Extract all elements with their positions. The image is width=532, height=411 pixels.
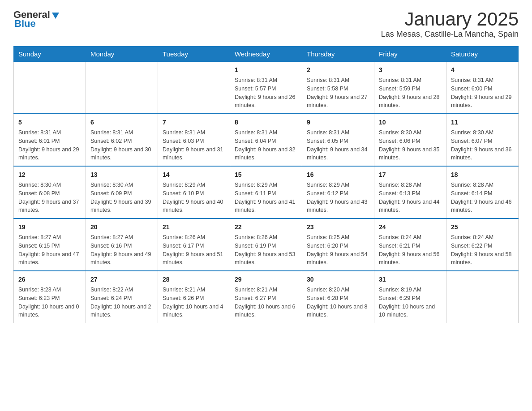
day-info: Sunrise: 8:29 AM Sunset: 6:12 PM Dayligh… xyxy=(307,181,369,214)
day-header-thursday: Thursday xyxy=(302,47,374,62)
day-number: 12 xyxy=(18,170,81,180)
day-cell: 17Sunrise: 8:28 AM Sunset: 6:13 PM Dayli… xyxy=(374,166,446,218)
day-cell: 1Sunrise: 8:31 AM Sunset: 5:57 PM Daylig… xyxy=(230,62,302,114)
svg-marker-0 xyxy=(52,13,59,19)
day-number: 9 xyxy=(307,118,369,127)
day-number: 7 xyxy=(163,118,225,127)
day-cell: 15Sunrise: 8:29 AM Sunset: 6:11 PM Dayli… xyxy=(230,166,302,218)
day-header-friday: Friday xyxy=(374,47,446,62)
day-info: Sunrise: 8:30 AM Sunset: 6:08 PM Dayligh… xyxy=(18,181,81,214)
week-row-4: 19Sunrise: 8:27 AM Sunset: 6:15 PM Dayli… xyxy=(14,218,519,271)
day-info: Sunrise: 8:31 AM Sunset: 6:05 PM Dayligh… xyxy=(307,128,369,162)
day-info: Sunrise: 8:26 AM Sunset: 6:17 PM Dayligh… xyxy=(163,233,225,267)
day-info: Sunrise: 8:30 AM Sunset: 6:09 PM Dayligh… xyxy=(90,181,153,214)
day-header-wednesday: Wednesday xyxy=(230,47,302,62)
day-cell: 22Sunrise: 8:26 AM Sunset: 6:19 PM Dayli… xyxy=(230,218,302,271)
day-header-monday: Monday xyxy=(86,47,158,62)
day-number: 25 xyxy=(451,223,514,232)
day-number: 3 xyxy=(379,65,442,75)
day-info: Sunrise: 8:31 AM Sunset: 5:57 PM Dayligh… xyxy=(235,76,297,110)
day-cell: 31Sunrise: 8:19 AM Sunset: 6:29 PM Dayli… xyxy=(374,271,446,323)
day-number: 30 xyxy=(307,275,369,284)
day-number: 2 xyxy=(307,65,369,75)
day-cell: 2Sunrise: 8:31 AM Sunset: 5:58 PM Daylig… xyxy=(302,62,374,114)
day-cell: 4Sunrise: 8:31 AM Sunset: 6:00 PM Daylig… xyxy=(446,62,519,114)
day-info: Sunrise: 8:22 AM Sunset: 6:24 PM Dayligh… xyxy=(90,286,153,319)
day-number: 10 xyxy=(379,118,442,127)
logo-text-blue: Blue xyxy=(14,18,36,30)
day-info: Sunrise: 8:26 AM Sunset: 6:19 PM Dayligh… xyxy=(235,233,297,267)
day-number: 20 xyxy=(90,223,153,232)
day-number: 22 xyxy=(235,223,297,232)
day-number: 19 xyxy=(18,223,81,232)
day-cell: 20Sunrise: 8:27 AM Sunset: 6:16 PM Dayli… xyxy=(86,218,158,271)
week-row-2: 5Sunrise: 8:31 AM Sunset: 6:01 PM Daylig… xyxy=(14,114,519,166)
day-number: 21 xyxy=(163,223,225,232)
title-area: January 2025 Las Mesas, Castille-La Manc… xyxy=(381,9,519,39)
day-number: 15 xyxy=(235,170,297,180)
week-row-3: 12Sunrise: 8:30 AM Sunset: 6:08 PM Dayli… xyxy=(14,166,519,218)
day-cell: 30Sunrise: 8:20 AM Sunset: 6:28 PM Dayli… xyxy=(302,271,374,323)
calendar-body: 1Sunrise: 8:31 AM Sunset: 5:57 PM Daylig… xyxy=(14,62,519,323)
days-of-week-row: SundayMondayTuesdayWednesdayThursdayFrid… xyxy=(14,47,519,62)
day-number: 28 xyxy=(163,275,225,284)
day-cell: 6Sunrise: 8:31 AM Sunset: 6:02 PM Daylig… xyxy=(86,114,158,166)
day-cell: 5Sunrise: 8:31 AM Sunset: 6:01 PM Daylig… xyxy=(14,114,86,166)
day-info: Sunrise: 8:23 AM Sunset: 6:23 PM Dayligh… xyxy=(18,286,81,319)
day-number: 29 xyxy=(235,275,297,284)
day-info: Sunrise: 8:31 AM Sunset: 6:01 PM Dayligh… xyxy=(18,128,81,162)
calendar-table: SundayMondayTuesdayWednesdayThursdayFrid… xyxy=(13,46,519,323)
day-info: Sunrise: 8:27 AM Sunset: 6:15 PM Dayligh… xyxy=(18,233,81,267)
day-header-tuesday: Tuesday xyxy=(158,47,230,62)
day-cell: 27Sunrise: 8:22 AM Sunset: 6:24 PM Dayli… xyxy=(86,271,158,323)
day-cell: 24Sunrise: 8:24 AM Sunset: 6:21 PM Dayli… xyxy=(374,218,446,271)
day-info: Sunrise: 8:30 AM Sunset: 6:07 PM Dayligh… xyxy=(451,128,514,162)
day-number: 17 xyxy=(379,170,442,180)
calendar-header: SundayMondayTuesdayWednesdayThursdayFrid… xyxy=(14,47,519,62)
day-cell: 3Sunrise: 8:31 AM Sunset: 5:59 PM Daylig… xyxy=(374,62,446,114)
day-info: Sunrise: 8:31 AM Sunset: 5:59 PM Dayligh… xyxy=(379,76,442,110)
day-cell: 19Sunrise: 8:27 AM Sunset: 6:15 PM Dayli… xyxy=(14,218,86,271)
week-row-5: 26Sunrise: 8:23 AM Sunset: 6:23 PM Dayli… xyxy=(14,271,519,323)
day-cell: 9Sunrise: 8:31 AM Sunset: 6:05 PM Daylig… xyxy=(302,114,374,166)
day-number: 8 xyxy=(235,118,297,127)
day-info: Sunrise: 8:31 AM Sunset: 5:58 PM Dayligh… xyxy=(307,76,369,110)
day-info: Sunrise: 8:27 AM Sunset: 6:16 PM Dayligh… xyxy=(90,233,153,267)
day-number: 14 xyxy=(163,170,225,180)
day-cell: 12Sunrise: 8:30 AM Sunset: 6:08 PM Dayli… xyxy=(14,166,86,218)
day-number: 23 xyxy=(307,223,369,232)
day-number: 24 xyxy=(379,223,442,232)
day-info: Sunrise: 8:19 AM Sunset: 6:29 PM Dayligh… xyxy=(379,286,442,319)
day-cell: 16Sunrise: 8:29 AM Sunset: 6:12 PM Dayli… xyxy=(302,166,374,218)
day-info: Sunrise: 8:31 AM Sunset: 6:04 PM Dayligh… xyxy=(235,128,297,162)
day-header-saturday: Saturday xyxy=(446,47,519,62)
day-header-sunday: Sunday xyxy=(14,47,86,62)
day-cell: 11Sunrise: 8:30 AM Sunset: 6:07 PM Dayli… xyxy=(446,114,519,166)
day-number: 16 xyxy=(307,170,369,180)
day-info: Sunrise: 8:21 AM Sunset: 6:27 PM Dayligh… xyxy=(235,286,297,319)
day-info: Sunrise: 8:29 AM Sunset: 6:10 PM Dayligh… xyxy=(163,181,225,214)
day-number: 4 xyxy=(451,65,514,75)
day-cell xyxy=(446,271,519,323)
day-info: Sunrise: 8:20 AM Sunset: 6:28 PM Dayligh… xyxy=(307,286,369,319)
day-info: Sunrise: 8:31 AM Sunset: 6:03 PM Dayligh… xyxy=(163,128,225,162)
day-cell: 25Sunrise: 8:24 AM Sunset: 6:22 PM Dayli… xyxy=(446,218,519,271)
day-info: Sunrise: 8:31 AM Sunset: 6:02 PM Dayligh… xyxy=(90,128,153,162)
day-cell: 13Sunrise: 8:30 AM Sunset: 6:09 PM Dayli… xyxy=(86,166,158,218)
day-cell: 21Sunrise: 8:26 AM Sunset: 6:17 PM Dayli… xyxy=(158,218,230,271)
day-info: Sunrise: 8:31 AM Sunset: 6:00 PM Dayligh… xyxy=(451,76,514,110)
day-info: Sunrise: 8:21 AM Sunset: 6:26 PM Dayligh… xyxy=(163,286,225,319)
day-number: 5 xyxy=(18,118,81,127)
day-number: 31 xyxy=(379,275,442,284)
day-info: Sunrise: 8:24 AM Sunset: 6:22 PM Dayligh… xyxy=(451,233,514,267)
day-info: Sunrise: 8:30 AM Sunset: 6:06 PM Dayligh… xyxy=(379,128,442,162)
day-info: Sunrise: 8:28 AM Sunset: 6:13 PM Dayligh… xyxy=(379,181,442,214)
day-cell: 10Sunrise: 8:30 AM Sunset: 6:06 PM Dayli… xyxy=(374,114,446,166)
day-number: 18 xyxy=(451,170,514,180)
day-number: 11 xyxy=(451,118,514,127)
day-cell: 7Sunrise: 8:31 AM Sunset: 6:03 PM Daylig… xyxy=(158,114,230,166)
day-cell: 28Sunrise: 8:21 AM Sunset: 6:26 PM Dayli… xyxy=(158,271,230,323)
day-cell xyxy=(86,62,158,114)
location-title: Las Mesas, Castille-La Mancha, Spain xyxy=(381,30,519,39)
day-cell: 18Sunrise: 8:28 AM Sunset: 6:14 PM Dayli… xyxy=(446,166,519,218)
